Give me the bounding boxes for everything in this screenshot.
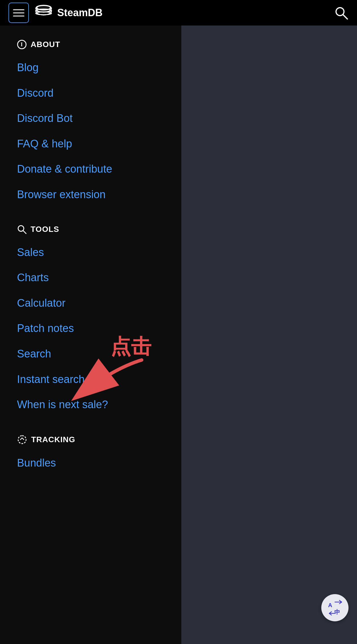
sidebar-item-patch-notes[interactable]: Patch notes <box>0 316 181 341</box>
header: SteamDB <box>0 0 357 26</box>
svg-point-3 <box>36 12 52 15</box>
sidebar-item-blog[interactable]: Blog <box>0 55 181 80</box>
sidebar-item-sales[interactable]: Sales <box>0 240 181 265</box>
sidebar-item-charts[interactable]: Charts <box>0 265 181 291</box>
svg-text:A: A <box>328 602 332 608</box>
sidebar-item-next-sale[interactable]: When is next sale? <box>0 392 181 418</box>
sidebar-item-discord[interactable]: Discord <box>0 80 181 106</box>
sidebar-item-instant-search[interactable]: Instant search <box>0 367 181 392</box>
tracking-icon <box>17 435 27 445</box>
header-search-button[interactable] <box>334 5 348 20</box>
logo-text: SteamDB <box>57 7 103 19</box>
tools-search-icon <box>17 224 27 234</box>
sidebar-item-discord-bot[interactable]: Discord Bot <box>0 106 181 131</box>
sidebar: i ABOUT Blog Discord Discord Bot FAQ & h… <box>0 26 181 644</box>
sidebar-section-tracking: TRACKING Bundles <box>0 429 181 476</box>
sidebar-item-bundles[interactable]: Bundles <box>0 450 181 476</box>
hamburger-button[interactable] <box>8 3 29 23</box>
about-section-header: i ABOUT <box>0 34 181 55</box>
logo-icon <box>35 4 53 22</box>
header-left: SteamDB <box>8 3 103 23</box>
logo-area[interactable]: SteamDB <box>35 4 103 22</box>
tracking-section-header: TRACKING <box>0 429 181 450</box>
page-wrapper: i ABOUT Blog Discord Discord Bot FAQ & h… <box>0 26 357 644</box>
svg-line-5 <box>343 15 347 19</box>
sidebar-section-about: i ABOUT Blog Discord Discord Bot FAQ & h… <box>0 34 181 207</box>
sidebar-item-browser-extension[interactable]: Browser extension <box>0 182 181 207</box>
sidebar-section-tools: TOOLS Sales Charts Calculator Patch note… <box>0 219 181 418</box>
info-icon: i <box>17 40 27 49</box>
sidebar-item-search[interactable]: Search <box>0 341 181 367</box>
svg-text:中: 中 <box>334 609 340 615</box>
translate-button[interactable]: A 中 <box>321 594 348 621</box>
sidebar-item-donate[interactable]: Donate & contribute <box>0 156 181 182</box>
svg-text:i: i <box>21 42 23 47</box>
right-panel <box>181 26 357 644</box>
sidebar-item-calculator[interactable]: Calculator <box>0 291 181 316</box>
svg-line-9 <box>23 231 26 234</box>
sidebar-item-faq[interactable]: FAQ & help <box>0 131 181 157</box>
translate-icon: A 中 <box>327 600 343 616</box>
tools-section-header: TOOLS <box>0 219 181 240</box>
